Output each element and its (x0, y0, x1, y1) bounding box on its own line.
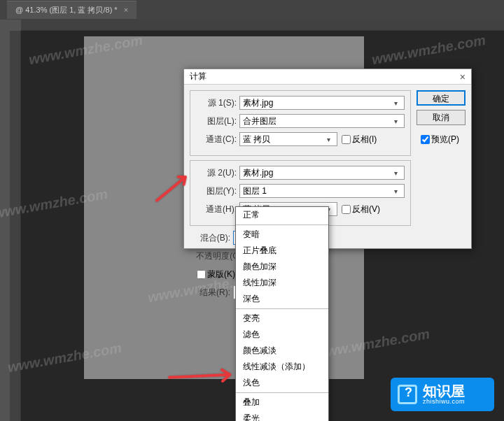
blend-mode-option[interactable]: 颜色加深 (236, 259, 328, 275)
source1-layer-select[interactable]: 合并图层▾ (239, 114, 405, 128)
source1-channel-label: 通道(C): (196, 134, 237, 145)
source1-label: 源 1(S): (196, 97, 237, 109)
tab-bar: @ 41.3% (图层 1, 蓝 拷贝/8) * × (0, 0, 504, 20)
dropdown-separator (236, 224, 328, 225)
blend-mode-option[interactable]: 叠加 (236, 394, 328, 411)
blend-mode-option[interactable]: 颜色减淡 (236, 343, 328, 359)
chevron-down-icon: ▾ (390, 169, 401, 177)
logo-icon (398, 385, 417, 404)
source1-layer-label: 图层(L): (196, 115, 237, 127)
blend-mode-option[interactable]: 滤色 (236, 327, 328, 343)
chevron-down-icon: ▾ (390, 99, 401, 107)
close-icon[interactable]: × (124, 6, 128, 14)
chevron-down-icon: ▾ (390, 117, 401, 125)
tab-title: @ 41.3% (图层 1, 蓝 拷贝/8) * (15, 6, 118, 14)
result-label: 结果(R): (190, 287, 230, 299)
dialog-title: 计算 (190, 71, 206, 83)
ruler-vertical (10, 31, 21, 421)
source2-invert-checkbox[interactable]: 反相(V) (342, 204, 380, 215)
source2-channel-label: 通道(H): (196, 204, 237, 215)
chevron-down-icon: ▾ (323, 136, 334, 143)
blend-label: 混合(B): (190, 232, 230, 244)
document-tab[interactable]: @ 41.3% (图层 1, 蓝 拷贝/8) * × (7, 1, 136, 19)
source1-select[interactable]: 素材.jpg▾ (239, 96, 405, 110)
ruler-horizontal (21, 20, 504, 31)
blend-mode-option[interactable]: 变亮 (236, 311, 328, 327)
blend-mode-option[interactable]: 线性减淡（添加） (236, 359, 328, 375)
logo-badge: 知识屋 zhishiwu.com (391, 378, 494, 411)
source2-label: 源 2(U): (196, 167, 237, 179)
blend-mode-option[interactable]: 变暗 (236, 227, 328, 243)
blend-mode-dropdown: 正常变暗正片叠底颜色加深线性加深深色变亮滤色颜色减淡线性减淡（添加）浅色叠加柔光… (235, 206, 329, 421)
cancel-button[interactable]: 取消 (416, 110, 465, 125)
source2-select[interactable]: 素材.jpg▾ (239, 166, 405, 180)
dropdown-separator (236, 392, 328, 393)
blend-mode-option[interactable]: 线性加深 (236, 275, 328, 291)
source2-layer-label: 图层(Y): (196, 185, 237, 197)
source1-channel-select[interactable]: 蓝 拷贝▾ (239, 132, 337, 146)
blend-mode-option[interactable]: 浅色 (236, 375, 328, 391)
blend-mode-option[interactable]: 柔光 (236, 411, 328, 421)
preview-checkbox[interactable]: 预览(P) (421, 134, 465, 145)
logo-text-cn: 知识屋 (423, 383, 465, 399)
dropdown-separator (236, 308, 328, 309)
ok-button[interactable]: 确定 (416, 90, 465, 106)
close-icon[interactable]: × (460, 71, 465, 83)
blend-mode-option[interactable]: 正常 (236, 207, 328, 223)
blend-mode-option[interactable]: 正片叠底 (236, 243, 328, 259)
logo-text-en: zhishiwu.com (423, 399, 465, 406)
blend-mode-option[interactable]: 深色 (236, 291, 328, 307)
source1-group: 源 1(S): 素材.jpg▾ 图层(L): 合并图层▾ 通道(C): 蓝 拷贝… (190, 90, 411, 156)
source1-invert-checkbox[interactable]: 反相(I) (342, 134, 377, 145)
source2-layer-select[interactable]: 图层 1▾ (239, 184, 405, 198)
chevron-down-icon: ▾ (390, 187, 401, 195)
